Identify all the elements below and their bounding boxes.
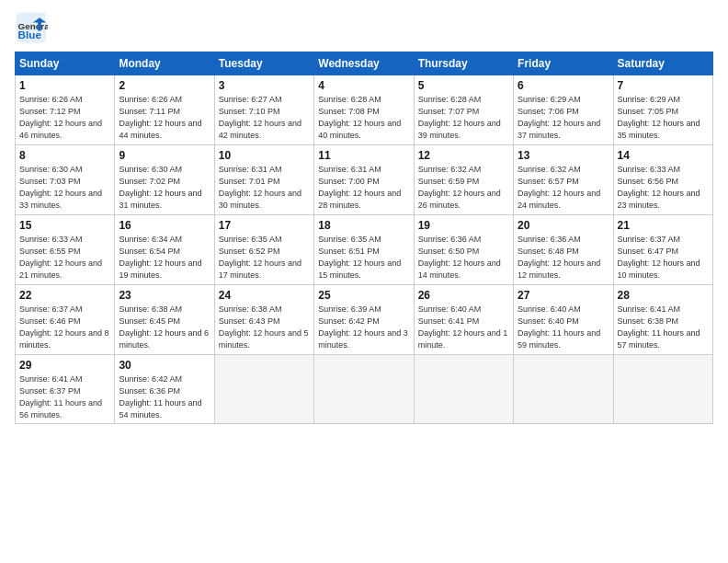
empty-cell — [314, 355, 414, 424]
day-number: 11 — [318, 148, 409, 163]
day-cell-4: 4Sunrise: 6:28 AMSunset: 7:08 PMDaylight… — [314, 75, 414, 145]
day-cell-12: 12Sunrise: 6:32 AMSunset: 6:59 PMDayligh… — [414, 145, 513, 215]
day-info: Sunrise: 6:38 AMSunset: 6:45 PMDaylight:… — [119, 304, 209, 349]
day-number: 12 — [418, 148, 509, 163]
calendar-week-5: 29Sunrise: 6:41 AMSunset: 6:37 PMDayligh… — [16, 355, 713, 424]
calendar-table: SundayMondayTuesdayWednesdayThursdayFrid… — [15, 52, 713, 424]
day-cell-5: 5Sunrise: 6:28 AMSunset: 7:07 PMDaylight… — [414, 75, 513, 145]
day-cell-22: 22Sunrise: 6:37 AMSunset: 6:46 PMDayligh… — [16, 285, 115, 355]
day-number: 6 — [518, 78, 609, 93]
day-number: 28 — [618, 288, 709, 303]
logo-icon: General Blue — [15, 11, 48, 44]
weekday-header-tuesday: Tuesday — [214, 52, 313, 75]
day-info: Sunrise: 6:31 AMSunset: 7:00 PMDaylight:… — [318, 165, 401, 209]
day-info: Sunrise: 6:37 AMSunset: 6:47 PMDaylight:… — [618, 235, 700, 279]
day-number: 19 — [418, 218, 509, 233]
day-cell-16: 16Sunrise: 6:34 AMSunset: 6:54 PMDayligh… — [115, 215, 214, 285]
day-info: Sunrise: 6:30 AMSunset: 7:03 PMDaylight:… — [19, 165, 102, 209]
weekday-header-thursday: Thursday — [414, 52, 513, 75]
day-cell-20: 20Sunrise: 6:36 AMSunset: 6:48 PMDayligh… — [514, 215, 613, 285]
day-number: 22 — [19, 288, 110, 303]
empty-cell — [414, 355, 513, 424]
day-cell-26: 26Sunrise: 6:40 AMSunset: 6:41 PMDayligh… — [414, 285, 513, 355]
day-cell-11: 11Sunrise: 6:31 AMSunset: 7:00 PMDayligh… — [314, 145, 414, 215]
logo: General Blue — [15, 11, 51, 44]
day-info: Sunrise: 6:32 AMSunset: 6:59 PMDaylight:… — [418, 165, 501, 209]
calendar-header-row: SundayMondayTuesdayWednesdayThursdayFrid… — [16, 52, 713, 75]
day-cell-15: 15Sunrise: 6:33 AMSunset: 6:55 PMDayligh… — [16, 215, 115, 285]
day-number: 8 — [19, 148, 110, 163]
calendar-week-3: 15Sunrise: 6:33 AMSunset: 6:55 PMDayligh… — [16, 215, 713, 285]
day-number: 5 — [418, 78, 509, 93]
day-info: Sunrise: 6:26 AMSunset: 7:11 PMDaylight:… — [119, 95, 201, 139]
weekday-header-wednesday: Wednesday — [314, 52, 414, 75]
day-number: 20 — [518, 218, 609, 233]
day-number: 15 — [19, 218, 110, 233]
day-cell-17: 17Sunrise: 6:35 AMSunset: 6:52 PMDayligh… — [214, 215, 313, 285]
day-number: 30 — [119, 358, 210, 373]
day-info: Sunrise: 6:35 AMSunset: 6:51 PMDaylight:… — [318, 235, 401, 279]
weekday-header-sunday: Sunday — [16, 52, 115, 75]
day-number: 16 — [119, 218, 210, 233]
day-cell-7: 7Sunrise: 6:29 AMSunset: 7:05 PMDaylight… — [613, 75, 712, 145]
day-info: Sunrise: 6:26 AMSunset: 7:12 PMDaylight:… — [19, 95, 102, 139]
page: General Blue SundayMondayTuesdayWednesda… — [0, 0, 728, 563]
day-number: 17 — [219, 218, 310, 233]
day-number: 14 — [618, 148, 709, 163]
day-cell-3: 3Sunrise: 6:27 AMSunset: 7:10 PMDaylight… — [214, 75, 313, 145]
weekday-header-friday: Friday — [514, 52, 613, 75]
day-cell-29: 29Sunrise: 6:41 AMSunset: 6:37 PMDayligh… — [16, 355, 115, 424]
weekday-header-saturday: Saturday — [613, 52, 712, 75]
day-number: 27 — [518, 288, 609, 303]
day-number: 18 — [318, 218, 409, 233]
day-info: Sunrise: 6:41 AMSunset: 6:37 PMDaylight:… — [19, 374, 102, 419]
day-info: Sunrise: 6:35 AMSunset: 6:52 PMDaylight:… — [219, 235, 301, 279]
day-info: Sunrise: 6:28 AMSunset: 7:07 PMDaylight:… — [418, 95, 501, 139]
day-info: Sunrise: 6:40 AMSunset: 6:40 PMDaylight:… — [518, 304, 600, 349]
day-number: 4 — [318, 78, 409, 93]
day-info: Sunrise: 6:28 AMSunset: 7:08 PMDaylight:… — [318, 95, 401, 139]
day-number: 10 — [219, 148, 310, 163]
weekday-header-monday: Monday — [115, 52, 214, 75]
day-number: 29 — [19, 358, 110, 373]
day-cell-13: 13Sunrise: 6:32 AMSunset: 6:57 PMDayligh… — [514, 145, 613, 215]
empty-cell — [514, 355, 613, 424]
day-cell-6: 6Sunrise: 6:29 AMSunset: 7:06 PMDaylight… — [514, 75, 613, 145]
day-info: Sunrise: 6:37 AMSunset: 6:46 PMDaylight:… — [19, 304, 109, 349]
day-info: Sunrise: 6:39 AMSunset: 6:42 PMDaylight:… — [318, 304, 408, 349]
day-info: Sunrise: 6:29 AMSunset: 7:06 PMDaylight:… — [518, 95, 600, 139]
day-info: Sunrise: 6:30 AMSunset: 7:02 PMDaylight:… — [119, 165, 201, 209]
empty-cell — [613, 355, 712, 424]
day-cell-30: 30Sunrise: 6:42 AMSunset: 6:36 PMDayligh… — [115, 355, 214, 424]
day-cell-19: 19Sunrise: 6:36 AMSunset: 6:50 PMDayligh… — [414, 215, 513, 285]
day-cell-2: 2Sunrise: 6:26 AMSunset: 7:11 PMDaylight… — [115, 75, 214, 145]
day-cell-10: 10Sunrise: 6:31 AMSunset: 7:01 PMDayligh… — [214, 145, 313, 215]
day-info: Sunrise: 6:27 AMSunset: 7:10 PMDaylight:… — [219, 95, 301, 139]
day-cell-21: 21Sunrise: 6:37 AMSunset: 6:47 PMDayligh… — [613, 215, 712, 285]
day-number: 26 — [418, 288, 509, 303]
day-info: Sunrise: 6:29 AMSunset: 7:05 PMDaylight:… — [618, 95, 700, 139]
day-number: 2 — [119, 78, 210, 93]
day-number: 23 — [119, 288, 210, 303]
day-info: Sunrise: 6:38 AMSunset: 6:43 PMDaylight:… — [219, 304, 309, 349]
day-cell-28: 28Sunrise: 6:41 AMSunset: 6:38 PMDayligh… — [613, 285, 712, 355]
day-number: 1 — [19, 78, 110, 93]
day-info: Sunrise: 6:32 AMSunset: 6:57 PMDaylight:… — [518, 165, 600, 209]
day-cell-18: 18Sunrise: 6:35 AMSunset: 6:51 PMDayligh… — [314, 215, 414, 285]
day-cell-1: 1Sunrise: 6:26 AMSunset: 7:12 PMDaylight… — [16, 75, 115, 145]
day-info: Sunrise: 6:34 AMSunset: 6:54 PMDaylight:… — [119, 235, 201, 279]
day-number: 25 — [318, 288, 409, 303]
day-number: 3 — [219, 78, 310, 93]
day-number: 9 — [119, 148, 210, 163]
calendar-week-2: 8Sunrise: 6:30 AMSunset: 7:03 PMDaylight… — [16, 145, 713, 215]
day-cell-27: 27Sunrise: 6:40 AMSunset: 6:40 PMDayligh… — [514, 285, 613, 355]
day-cell-8: 8Sunrise: 6:30 AMSunset: 7:03 PMDaylight… — [16, 145, 115, 215]
calendar-week-1: 1Sunrise: 6:26 AMSunset: 7:12 PMDaylight… — [16, 75, 713, 145]
day-number: 24 — [219, 288, 310, 303]
day-info: Sunrise: 6:42 AMSunset: 6:36 PMDaylight:… — [119, 374, 201, 419]
calendar-week-4: 22Sunrise: 6:37 AMSunset: 6:46 PMDayligh… — [16, 285, 713, 355]
day-cell-25: 25Sunrise: 6:39 AMSunset: 6:42 PMDayligh… — [314, 285, 414, 355]
day-info: Sunrise: 6:36 AMSunset: 6:48 PMDaylight:… — [518, 235, 600, 279]
day-info: Sunrise: 6:41 AMSunset: 6:38 PMDaylight:… — [618, 304, 700, 349]
day-cell-24: 24Sunrise: 6:38 AMSunset: 6:43 PMDayligh… — [214, 285, 313, 355]
